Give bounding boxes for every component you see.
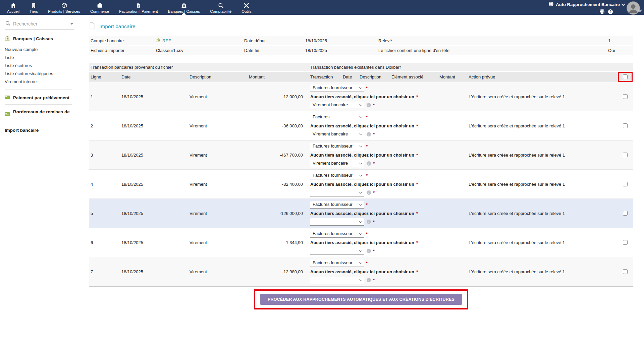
- nav-item-tiers[interactable]: Tiers: [24, 0, 43, 15]
- sidebar-item-liste-ecritures-categories[interactable]: Liste écritures/catégories: [5, 69, 74, 77]
- bank-account-ref: REF: [162, 38, 171, 43]
- home-icon: [10, 2, 16, 9]
- table-row: 5 18/10/2025 Virement -126 000,00 Factur…: [89, 199, 633, 228]
- annotation-red-box: PROCÉDER AUX RAPPROCHEMENTS AUTOMATIQUES…: [254, 289, 468, 309]
- nav-item-produits-services[interactable]: Produits | Services: [43, 0, 85, 15]
- cell-description: Virement: [190, 153, 249, 158]
- value-date-debut: 18/10/2025: [305, 38, 378, 43]
- cell-transaction: Factures* Aucun tiers associé, cliquez i…: [310, 113, 469, 139]
- sidebar-item-liste-ecritures[interactable]: Liste écritures: [5, 61, 74, 69]
- chevron-down-icon[interactable]: [639, 7, 641, 12]
- summary-row: Compte bancaire REF Date début 18/10/202…: [89, 36, 633, 46]
- bank-icon: [156, 38, 161, 44]
- required-asterisk: *: [416, 123, 418, 128]
- cell-montant: -36 000,00: [249, 123, 304, 128]
- sidebar-search[interactable]: [5, 19, 74, 30]
- cell-date: 18/10/2025: [121, 182, 190, 187]
- choose-tiers-link[interactable]: Aucun tiers associé, cliquez ici pour un…: [310, 211, 414, 216]
- select-all-checkbox[interactable]: [623, 74, 628, 79]
- transaction-type-select[interactable]: Factures: [310, 114, 364, 121]
- sidebar-item-liste[interactable]: Liste: [5, 53, 74, 61]
- row-checkbox[interactable]: [623, 211, 628, 216]
- value-fichier: Classeur1.csv: [156, 48, 244, 53]
- choose-tiers-link[interactable]: Aucun tiers associé, cliquez ici pour un…: [310, 269, 414, 274]
- chevron-down-icon: [359, 132, 362, 135]
- choose-tiers-link[interactable]: Aucun tiers associé, cliquez ici pour un…: [310, 153, 414, 158]
- required-asterisk: *: [373, 278, 375, 283]
- search-input[interactable]: [13, 21, 68, 26]
- choose-tiers-link[interactable]: Aucun tiers associé, cliquez ici pour un…: [310, 123, 414, 128]
- bank-icon: [181, 2, 187, 9]
- avatar[interactable]: [627, 1, 640, 15]
- nav-item-comptabilite[interactable]: Comptabilité: [205, 0, 236, 15]
- label-ligne-entete: Le fichier contient une ligne d'en-tête: [378, 48, 608, 53]
- sidebar-item-nouveau-compte[interactable]: Nouveau compte: [5, 45, 74, 53]
- label-compte-bancaire: Compte bancaire: [91, 38, 156, 43]
- bank-icon: [5, 36, 10, 42]
- transaction-type-select[interactable]: Factures fournisseur: [310, 143, 364, 150]
- payment-mode-select[interactable]: Virement bancaire: [310, 131, 364, 138]
- nav-item-facturation-paiement[interactable]: Facturation | Paiement: [114, 0, 163, 15]
- transaction-type-select[interactable]: Factures fournisseur: [310, 201, 364, 209]
- chevron-down-icon: [359, 144, 362, 147]
- cell-transaction: Factures fournisseur* Aucun tiers associ…: [310, 259, 469, 285]
- proceed-reconciliation-button[interactable]: PROCÉDER AUX RAPPROCHEMENTS AUTOMATIQUES…: [260, 294, 462, 305]
- row-checkbox[interactable]: [623, 182, 628, 186]
- chevron-down-icon: [70, 23, 73, 25]
- choose-tiers-link[interactable]: Aucun tiers associé, cliquez ici pour un…: [310, 240, 414, 245]
- nav-item-banques-caisses[interactable]: Banques | Caisses: [163, 0, 205, 15]
- payment-mode-select[interactable]: [310, 218, 364, 226]
- sidebar-section-bordereaux-remises[interactable]: Bordereaux de remises de ...: [5, 109, 74, 119]
- choose-tiers-link[interactable]: Aucun tiers associé, cliquez ici pour un…: [310, 94, 414, 99]
- payment-mode-select[interactable]: Virement bancaire: [310, 160, 364, 167]
- sidebar-section-banques-caisses[interactable]: Banques | Caisses: [5, 36, 74, 42]
- print-icon[interactable]: [599, 9, 605, 15]
- row-checkbox[interactable]: [623, 269, 628, 274]
- annotation-red-box: [618, 72, 633, 82]
- transaction-type-select[interactable]: Factures fournisseur: [310, 84, 364, 92]
- row-checkbox[interactable]: [623, 94, 628, 99]
- money-check-icon: [5, 95, 10, 101]
- payment-mode-select[interactable]: [310, 189, 364, 196]
- payment-mode-select[interactable]: Virement bancaire: [310, 102, 364, 109]
- info-icon: i: [367, 103, 371, 107]
- payment-mode-select[interactable]: [310, 247, 364, 255]
- transaction-type-select[interactable]: Factures fournisseur: [310, 230, 364, 238]
- bank-account-link[interactable]: REF: [156, 38, 244, 44]
- table-group-header: Transaction bancaires provenant du fichi…: [89, 63, 633, 72]
- nav-item-accueil[interactable]: Accueil: [2, 0, 24, 15]
- cell-action: L'écriture sera créée et rapprochée sur …: [469, 94, 617, 99]
- document-icon: [89, 22, 95, 31]
- sidebar-item-import-bancaire[interactable]: Import bancaire: [5, 128, 74, 133]
- required-asterisk: *: [416, 269, 418, 274]
- value-ligne-entete: Oui: [608, 48, 633, 53]
- transaction-type-select[interactable]: Factures fournisseur: [310, 172, 364, 179]
- info-icon: i: [367, 161, 371, 166]
- required-asterisk: *: [373, 132, 375, 137]
- page-title: Import bancaire: [89, 22, 633, 31]
- chevron-down-icon: [359, 86, 362, 89]
- sidebar-item-virement-interne[interactable]: Virement interne: [5, 77, 74, 86]
- row-checkbox[interactable]: [623, 240, 628, 245]
- payment-mode-select[interactable]: [310, 277, 364, 284]
- transaction-type-select[interactable]: Factures fournisseur: [310, 260, 364, 267]
- help-icon[interactable]: ?: [608, 9, 613, 15]
- sidebar-section-paiement-prelevement[interactable]: Paiement par prélèvement: [5, 95, 74, 101]
- briefcase-icon: [97, 2, 103, 9]
- required-asterisk: *: [366, 231, 368, 236]
- globe-icon: [548, 1, 554, 8]
- nav-item-commerce[interactable]: Commerce: [85, 0, 114, 15]
- table-row: 7 18/10/2025 Virement -12 980,00 Facture…: [89, 257, 633, 286]
- chevron-down-icon: [359, 115, 362, 118]
- info-icon: i: [367, 278, 371, 282]
- cell-date: 18/10/2025: [121, 211, 190, 216]
- row-checkbox[interactable]: [623, 123, 628, 128]
- row-checkbox[interactable]: [623, 153, 628, 157]
- search-icon: [218, 2, 224, 9]
- nav-item-outils[interactable]: Outils: [236, 0, 256, 15]
- info-icon: i: [367, 220, 371, 224]
- cell-action: L'écriture sera créée et rapprochée sur …: [469, 211, 617, 216]
- cell-description: Virement: [190, 182, 249, 187]
- user-menu[interactable]: Auto Rapprochement Bancaire: [548, 1, 625, 8]
- choose-tiers-link[interactable]: Aucun tiers associé, cliquez ici pour un…: [310, 182, 414, 187]
